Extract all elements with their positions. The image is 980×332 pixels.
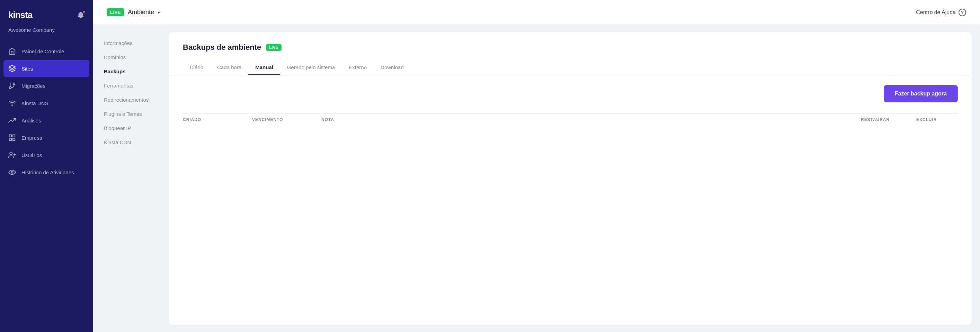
sub-nav-ferramentas[interactable]: Ferramentas <box>93 79 169 93</box>
sidebar-item-sites-label: Sites <box>21 66 33 71</box>
sidebar-item-sites[interactable]: Sites <box>3 60 89 77</box>
company-name: Awesome Company <box>0 27 93 40</box>
sub-nav-backups[interactable]: Backups <box>93 64 169 79</box>
sidebar: kinsta Awesome Company Painel de Control… <box>0 0 93 332</box>
svg-rect-9 <box>13 138 15 141</box>
sidebar-item-migracoes-label: Migrações <box>21 83 45 89</box>
notification-bell[interactable] <box>77 11 84 20</box>
col-restaurar: RESTAURAR <box>861 117 916 122</box>
dns-icon <box>8 99 16 107</box>
col-nota: NOTA <box>321 117 861 122</box>
top-header: LIVE Ambiente ▾ Centro de Ajuda ? <box>93 0 980 25</box>
eye-icon <box>8 168 16 176</box>
kinsta-logo: kinsta <box>8 9 40 21</box>
svg-rect-7 <box>13 135 15 137</box>
notification-dot <box>82 10 86 14</box>
svg-rect-6 <box>10 135 11 137</box>
main-area: LIVE Ambiente ▾ Centro de Ajuda ? Inform… <box>93 0 980 332</box>
col-vencimento: VENCIMENTO <box>252 117 321 122</box>
sidebar-item-empresa-label: Empresa <box>21 135 42 141</box>
sidebar-item-analises[interactable]: Análises <box>0 112 93 129</box>
sidebar-item-migracoes[interactable]: Migrações <box>0 77 93 95</box>
panel-body: Fazer backup agora CRIADO VENCIMENTO NOT… <box>169 75 972 325</box>
tab-download[interactable]: Download <box>374 60 411 75</box>
environment-selector[interactable]: LIVE Ambiente ▾ <box>107 8 160 16</box>
sidebar-item-historico[interactable]: Histórico de Atividades <box>0 164 93 181</box>
main-nav: Painel de Controle Sites Migrações <box>0 40 93 183</box>
content-area: Informações Domínios Backups Ferramentas… <box>93 25 980 332</box>
sidebar-item-historico-label: Histórico de Atividades <box>21 169 74 175</box>
user-plus-icon <box>8 151 16 159</box>
sidebar-item-painel-label: Painel de Controle <box>21 48 64 54</box>
logo-area: kinsta <box>0 0 93 27</box>
svg-point-10 <box>10 152 12 155</box>
sidebar-item-kinsta-dns[interactable]: Kinsta DNS <box>0 95 93 112</box>
tab-diario[interactable]: Diário <box>183 60 210 75</box>
environment-label: Ambiente <box>128 9 154 16</box>
sub-nav-plugins-temas[interactable]: Plugins e Temas <box>93 107 169 121</box>
sub-sidebar: Informações Domínios Backups Ferramentas… <box>93 25 169 332</box>
svg-text:kinsta: kinsta <box>8 9 33 20</box>
help-center-label: Centro de Ajuda <box>916 9 956 16</box>
sub-nav-kinsta-cdn[interactable]: Kinsta CDN <box>93 135 169 149</box>
sidebar-item-empresa[interactable]: Empresa <box>0 129 93 146</box>
tab-cada-hora[interactable]: Cada hora <box>210 60 248 75</box>
svg-point-5 <box>12 105 13 106</box>
sidebar-item-kinsta-dns-label: Kinsta DNS <box>21 100 48 106</box>
action-row: Fazer backup agora <box>183 85 958 102</box>
sub-nav-redirecionamentos[interactable]: Redirecionamentos <box>93 93 169 107</box>
fazer-backup-button[interactable]: Fazer backup agora <box>884 85 958 102</box>
layers-icon <box>8 65 16 72</box>
home-icon <box>8 47 16 55</box>
table-header: CRIADO VENCIMENTO NOTA RESTAURAR EXCLUIR <box>183 114 958 125</box>
help-center-link[interactable]: Centro de Ajuda ? <box>916 9 966 16</box>
col-criado: CRIADO <box>183 117 252 122</box>
tab-externo[interactable]: Externo <box>342 60 374 75</box>
panel-live-badge: LIVE <box>266 44 282 51</box>
tab-gerado-sistema[interactable]: Gerado pelo sistema <box>280 60 342 75</box>
sub-nav-informacoes[interactable]: Informações <box>93 36 169 50</box>
tab-manual[interactable]: Manual <box>248 60 280 75</box>
sub-nav-bloquear-ip[interactable]: Bloquear IP <box>93 121 169 135</box>
sidebar-item-painel[interactable]: Painel de Controle <box>0 43 93 60</box>
svg-rect-8 <box>10 138 11 141</box>
panel-title-row: Backups de ambiente LIVE <box>183 43 958 52</box>
trending-up-icon <box>8 117 16 124</box>
sidebar-item-usuarios[interactable]: Usuários <box>0 146 93 164</box>
panel-header: Backups de ambiente LIVE Diário Cada hor… <box>169 32 972 75</box>
svg-marker-1 <box>9 65 15 68</box>
sidebar-item-usuarios-label: Usuários <box>21 152 42 158</box>
help-circle-icon: ? <box>959 9 966 16</box>
main-panel: Backups de ambiente LIVE Diário Cada hor… <box>169 32 972 325</box>
sidebar-item-analises-label: Análises <box>21 118 41 123</box>
chevron-down-icon: ▾ <box>158 9 160 15</box>
col-excluir: EXCLUIR <box>916 117 958 122</box>
panel-title: Backups de ambiente <box>183 43 261 52</box>
git-branch-icon <box>8 82 16 90</box>
svg-point-13 <box>11 171 13 173</box>
sub-nav-dominios[interactable]: Domínios <box>93 50 169 64</box>
live-badge-header: LIVE <box>107 8 124 16</box>
grid-icon <box>8 134 16 141</box>
tabs-row: Diário Cada hora Manual Gerado pelo sist… <box>183 60 958 75</box>
